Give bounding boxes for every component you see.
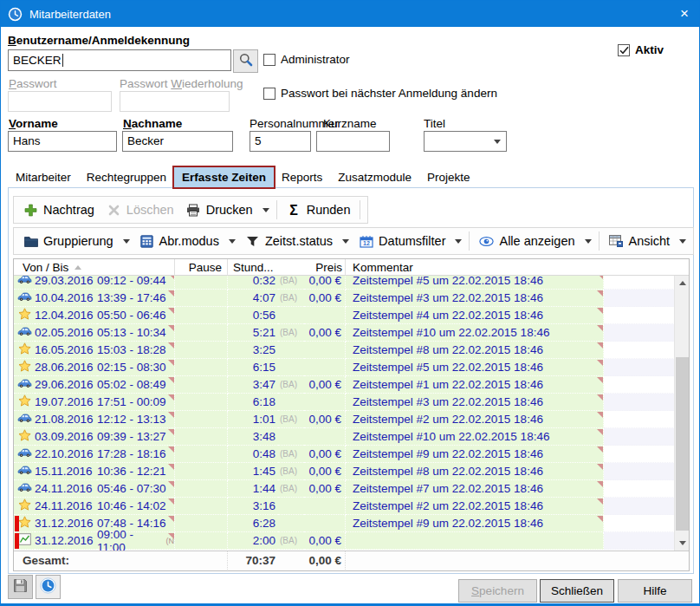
tab-mitarbeiter[interactable]: Mitarbeiter [8, 167, 79, 187]
time-entries-grid: Von / Bis Pause Stund... Preis Kommentar… [13, 258, 690, 571]
aktiv-checkbox-box[interactable] [618, 44, 630, 56]
pw-change-checkbox[interactable]: Passwort bei nächster Anmeldung ändern [263, 87, 497, 100]
administrator-checkbox-box[interactable] [263, 54, 275, 66]
toolbar-button-label: Ansicht [629, 234, 671, 248]
note-indicator-icon [597, 325, 603, 331]
chevron-down-icon[interactable] [451, 230, 465, 252]
close-icon[interactable]: × [670, 1, 699, 27]
ba-tag-cell: (BA) [278, 446, 304, 463]
car-icon [17, 276, 32, 287]
toolbar-button-runden[interactable]: ΣRunden [281, 199, 357, 221]
table-row[interactable]: 24.11.201605:46 - 07:301:44(BA)0,00 €Zei… [14, 480, 689, 498]
personalnummer-input[interactable]: 5 [250, 131, 311, 152]
column-header-von-bis[interactable]: Von / Bis [14, 259, 175, 276]
comment-cell: Zeitstempel #2 um 22.02.2015 18:46 [346, 498, 604, 515]
table-row[interactable]: 24.11.201610:46 - 14:023:16Zeitstempel #… [14, 498, 689, 515]
note-indicator-icon [168, 290, 174, 296]
table-row[interactable]: 03.09.201609:39 - 13:273:48Zeitstempel #… [14, 428, 689, 446]
ba-tag-cell: (BA) [278, 276, 304, 290]
car-icon [17, 447, 32, 460]
toolbar-button-ansicht[interactable]: Ansicht [603, 230, 677, 252]
toolbar-button-löschen[interactable]: Löschen [100, 199, 180, 221]
chevron-down-icon[interactable] [339, 230, 353, 252]
toolbar-button-nachtrag[interactable]: Nachtrag [17, 199, 100, 221]
chevron-down-icon[interactable] [120, 230, 133, 252]
table-row[interactable]: 29.06.201605:02 - 08:493:47(BA)0,00 €Zei… [14, 376, 689, 394]
gesamt-label: Gesamt: [14, 551, 228, 570]
tab-reports[interactable]: Reports [274, 167, 330, 187]
comment-cell: Zeitstempel #5 um 22.02.2015 18:46 [346, 359, 604, 376]
tab-erfasste-zeiten[interactable]: Erfasste Zeiten [174, 167, 274, 187]
chevron-down-icon[interactable] [581, 230, 595, 252]
date-cell: 16.05.2016 [35, 342, 97, 359]
pause-cell [175, 307, 228, 324]
note-indicator-icon [168, 446, 174, 453]
kurzname-input[interactable] [316, 131, 390, 152]
nachname-input[interactable]: Becker [122, 131, 233, 152]
table-row[interactable]: 21.08.201612:12 - 13:131:01(BA)0,00 €Zei… [14, 411, 689, 428]
entry-type-cell [14, 290, 35, 307]
toolbar-button-datumsfilter[interactable]: 12Datumsfilter [353, 230, 451, 252]
entry-type-cell [14, 342, 35, 359]
table-row[interactable]: 12.04.201605:50 - 06:460:56Zeitstempel #… [14, 307, 689, 324]
tab-projekte[interactable]: Projekte [419, 167, 478, 187]
column-header-kommentar[interactable]: Kommentar [346, 259, 604, 276]
save-button[interactable]: Speichern [458, 579, 537, 603]
note-indicator-icon [597, 342, 603, 349]
tab-zusatzmodule[interactable]: Zusatzmodule [330, 167, 419, 187]
table-row[interactable]: 29.03.201609:12 - 09:440:32(BA)0,00 €Zei… [14, 276, 689, 290]
hours-cell: 6:18 [228, 394, 278, 411]
scroll-down-icon[interactable] [675, 536, 689, 551]
note-indicator-icon [168, 308, 174, 314]
hours-cell: 4:07 [228, 290, 278, 307]
toolbar-button-gruppierung[interactable]: Gruppierung [17, 230, 120, 252]
column-header-stunden[interactable]: Stund... [228, 259, 304, 276]
passwort-wdh-input[interactable] [120, 91, 230, 112]
vorname-input[interactable]: Hans [8, 131, 117, 152]
passwort-label: Passwort [9, 77, 57, 90]
table-row[interactable]: 16.05.201615:03 - 18:283:25Zeitstempel #… [14, 342, 689, 359]
star-icon [18, 394, 31, 409]
note-indicator-icon [168, 276, 174, 279]
help-button[interactable]: Hilfe [618, 579, 692, 603]
toolbar-button-drucken[interactable]: Drucken [180, 199, 259, 221]
chevron-down-icon[interactable] [676, 230, 690, 252]
time-range-cell: 02:15 - 08:30 [97, 359, 175, 376]
hours-cell: 1:01 [228, 411, 278, 428]
time-tool-button[interactable] [36, 575, 61, 599]
close-button[interactable]: Schließen [540, 579, 614, 603]
table-row[interactable]: 28.06.201602:15 - 08:306:15Zeitstempel #… [14, 359, 689, 376]
table-row[interactable]: 10.04.201613:39 - 17:464:07(BA)0,00 €Zei… [14, 290, 689, 307]
tab-rechtegruppen[interactable]: Rechtegruppen [79, 167, 174, 187]
table-row[interactable]: 15.11.201610:36 - 12:211:45(BA)0,00 €Zei… [14, 463, 689, 480]
administrator-checkbox[interactable]: Administrator [263, 53, 350, 66]
toolbar-button-alle-anzeigen[interactable]: Alle anzeigen [473, 230, 580, 252]
aktiv-checkbox[interactable]: Aktiv [618, 43, 664, 56]
titel-select[interactable] [424, 131, 507, 152]
username-input[interactable]: BECKER [8, 49, 231, 71]
disk-icon [13, 578, 28, 596]
toolbar-button-zeitst-status[interactable]: Zeitst.status [239, 230, 339, 252]
pause-cell [175, 290, 228, 307]
column-header-preis[interactable]: Preis [304, 259, 346, 276]
scroll-up-icon[interactable] [675, 276, 689, 290]
table-row[interactable]: 02.05.201605:13 - 10:345:21(BA)0,00 €Zei… [14, 324, 689, 342]
sort-asc-icon [75, 265, 81, 270]
price-cell [304, 307, 346, 324]
toolbar-button-abr-modus[interactable]: Abr.modus [133, 230, 225, 252]
table-row[interactable]: 19.07.201617:51 - 00:096:18Zeitstempel #… [14, 394, 689, 411]
chevron-down-icon[interactable] [259, 199, 273, 221]
table-row[interactable]: 22.10.201617:28 - 18:160:48(BA)0,00 €Zei… [14, 446, 689, 463]
chevron-down-icon[interactable] [225, 230, 239, 252]
note-indicator-icon [168, 533, 174, 539]
passwort-input[interactable] [8, 91, 112, 112]
save-tool-button[interactable] [8, 575, 33, 599]
scrollbar-thumb[interactable] [676, 357, 689, 531]
pw-change-checkbox-box[interactable] [263, 88, 275, 100]
table-row[interactable]: 31.12.201609:00 - 11:00(N2:00(BA)0,00 € [14, 532, 689, 550]
toolbar-button-label: Gruppierung [43, 234, 113, 248]
search-user-button[interactable] [233, 49, 258, 73]
vertical-scrollbar[interactable] [674, 276, 689, 551]
column-header-pause[interactable]: Pause [175, 259, 228, 276]
star-icon [18, 308, 31, 323]
